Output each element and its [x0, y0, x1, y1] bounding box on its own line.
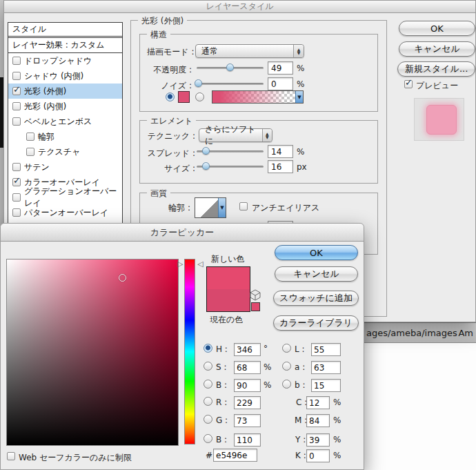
- k-input[interactable]: [306, 449, 330, 462]
- a-radio[interactable]: [282, 362, 291, 371]
- noise-slider[interactable]: [197, 79, 264, 88]
- size-input[interactable]: [268, 160, 293, 173]
- gradient-radio[interactable]: [195, 92, 204, 101]
- hue-slider[interactable]: [184, 259, 195, 444]
- color-libraries-button[interactable]: カラーライブラリ: [273, 315, 359, 331]
- contour-dropdown-icon[interactable]: ▼: [218, 198, 226, 217]
- checkbox-checked-icon[interactable]: ✓: [12, 178, 21, 186]
- checkbox-unchecked-icon[interactable]: [12, 57, 21, 65]
- r-input[interactable]: [234, 396, 261, 409]
- size-slider-thumb[interactable]: [202, 162, 210, 170]
- hue-arrow-left-icon[interactable]: ▷: [177, 260, 183, 268]
- s-input[interactable]: [234, 361, 261, 374]
- color-picker-titlebar[interactable]: カラーピッカー: [1, 224, 364, 242]
- l-label: L :: [295, 344, 305, 354]
- ok-button[interactable]: OK: [399, 21, 475, 36]
- h-unit: °: [264, 344, 268, 353]
- l-radio[interactable]: [282, 344, 291, 353]
- blend-mode-popup[interactable]: 通常 ▲ ▼: [195, 44, 304, 58]
- cancel-button[interactable]: キャンセル: [399, 41, 475, 57]
- lab-b-radio[interactable]: [282, 380, 291, 389]
- sidebar-item-outer-glow[interactable]: ✓ 光彩 (外側): [8, 84, 122, 99]
- picker-ok-button[interactable]: OK: [275, 245, 358, 260]
- sidebar-item-satin[interactable]: サテン: [8, 159, 122, 175]
- sidebar-item-inner-shadow[interactable]: シャドウ (内側): [8, 68, 122, 84]
- sidebar-item-gradient-overlay[interactable]: グラデーションオーバーレイ: [8, 190, 122, 205]
- s-label: S :: [216, 362, 226, 372]
- spread-input[interactable]: [268, 145, 293, 158]
- spread-slider[interactable]: [197, 147, 264, 155]
- opacity-slider[interactable]: [197, 63, 264, 72]
- a-input[interactable]: [311, 361, 341, 374]
- checkbox-unchecked-icon[interactable]: [12, 163, 21, 171]
- preview-checkbox[interactable]: ✓: [404, 80, 413, 88]
- sidebar-item-inner-glow[interactable]: 光彩 (内側): [8, 99, 122, 114]
- opacity-unit: %: [297, 63, 304, 73]
- c-label: C :: [296, 398, 307, 407]
- websafe-checkbox[interactable]: [7, 452, 15, 460]
- c-input[interactable]: [306, 396, 330, 409]
- hue-arrow-right-icon[interactable]: ◁: [197, 260, 203, 268]
- lab-b-input[interactable]: [311, 379, 341, 392]
- opacity-input[interactable]: [268, 61, 293, 75]
- layer-style-titlebar[interactable]: レイヤースタイル: [4, 1, 475, 13]
- styles-list-header[interactable]: スタイル: [8, 23, 122, 38]
- color-field-marker[interactable]: [119, 274, 126, 282]
- b2-input[interactable]: [234, 433, 261, 447]
- glow-color-swatch[interactable]: [178, 91, 190, 103]
- new-current-color-swatch: [206, 266, 250, 312]
- checkbox-checked-icon[interactable]: ✓: [12, 87, 21, 95]
- l-input[interactable]: [311, 343, 341, 356]
- checkbox-unchecked-icon[interactable]: [12, 102, 21, 110]
- web-safe-color-swatch[interactable]: [251, 302, 260, 311]
- gradient-dropdown-icon[interactable]: ▼: [295, 91, 303, 103]
- glow-gradient-bar[interactable]: ▼: [212, 90, 304, 104]
- size-slider[interactable]: [197, 162, 264, 170]
- s-radio[interactable]: [204, 362, 212, 371]
- hex-input[interactable]: [213, 449, 257, 462]
- contour-picker[interactable]: ▼: [195, 197, 226, 218]
- add-to-swatches-button[interactable]: スウォッチに追加: [273, 291, 359, 306]
- h-input[interactable]: [234, 343, 261, 356]
- r-radio[interactable]: [204, 397, 212, 406]
- checkbox-unchecked-icon[interactable]: [12, 193, 21, 202]
- checkbox-unchecked-icon[interactable]: [12, 208, 21, 217]
- sidebar-item-contour[interactable]: 輪郭: [8, 129, 122, 144]
- noise-slider-thumb[interactable]: [195, 79, 202, 87]
- document-window-titlebar: ages/ameba/images Am: [364, 322, 476, 343]
- technique-label: テクニック :: [147, 130, 195, 142]
- checkbox-unchecked-icon[interactable]: [26, 148, 34, 156]
- new-style-button[interactable]: 新規スタイル...: [397, 61, 475, 77]
- styles-list-subheader[interactable]: レイヤー効果 : カスタム: [8, 38, 122, 53]
- checkbox-unchecked-icon[interactable]: [12, 72, 21, 80]
- sidebar-item-drop-shadow[interactable]: ドロップシャドウ: [8, 53, 122, 68]
- spread-slider-thumb[interactable]: [202, 147, 210, 155]
- b-radio[interactable]: [204, 380, 212, 389]
- size-unit: px: [297, 162, 307, 172]
- hex-label: #: [206, 451, 212, 460]
- checkbox-unchecked-icon[interactable]: [12, 117, 21, 126]
- saturation-brightness-field[interactable]: [6, 259, 179, 446]
- sidebar-item-bevel-emboss[interactable]: ベベルとエンボス: [8, 114, 122, 129]
- m-input[interactable]: [306, 414, 330, 427]
- picker-cancel-button[interactable]: キャンセル: [275, 266, 358, 282]
- antialias-label: アンチエイリアス: [252, 202, 319, 214]
- solid-color-radio[interactable]: [166, 92, 175, 101]
- blend-mode-label: 描画モード :: [147, 46, 192, 58]
- opacity-slider-thumb[interactable]: [226, 63, 234, 71]
- b-input[interactable]: [234, 379, 261, 392]
- h-radio[interactable]: [204, 344, 212, 353]
- sidebar-item-pattern-overlay[interactable]: パターンオーバーレイ: [8, 205, 122, 220]
- y-input[interactable]: [306, 433, 330, 447]
- g-input[interactable]: [234, 414, 261, 427]
- noise-input[interactable]: [268, 77, 293, 90]
- g-radio[interactable]: [204, 415, 212, 424]
- sidebar-item-texture[interactable]: テクスチャ: [8, 144, 122, 159]
- popup-stepper-icon: ▲ ▼: [262, 129, 272, 141]
- current-color-label: 現在の色: [210, 314, 243, 326]
- checkbox-unchecked-icon[interactable]: [26, 133, 34, 141]
- technique-popup[interactable]: さらにソフトに ▲ ▼: [199, 128, 272, 142]
- antialias-checkbox[interactable]: [239, 202, 248, 210]
- b2-radio[interactable]: [204, 434, 212, 443]
- web-color-cube-icon[interactable]: [250, 289, 261, 303]
